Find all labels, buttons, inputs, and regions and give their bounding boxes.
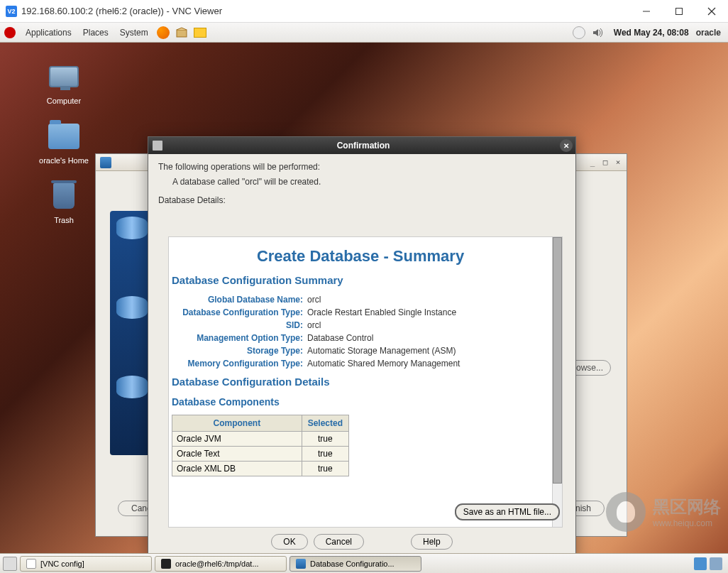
home-desktop-icon[interactable]: oracle's Home [35, 119, 92, 165]
config-value: Automatic Storage Management (ASM) [307, 346, 456, 356]
operations-text: The following operations will be perform… [158, 161, 566, 173]
watermark-url: www.heiqu.com [653, 518, 721, 528]
maximize-button[interactable] [663, 0, 695, 22]
components-heading: Database Components [172, 396, 552, 408]
config-value: Oracle Restart Enabled Single Instance [307, 307, 456, 317]
components-table: Component Selected Oracle JVMtrueOracle … [172, 415, 349, 476]
minimize-button[interactable] [630, 0, 663, 22]
config-value: orcl [307, 295, 321, 305]
dialog-title: Confirmation [167, 141, 560, 151]
config-row: Storage Type:Automatic Storage Managemen… [169, 346, 552, 356]
config-value: orcl [307, 320, 321, 330]
computer-desktop-icon[interactable]: Computer [35, 60, 92, 105]
task-vnc-config[interactable]: [VNC config] [20, 556, 152, 572]
table-row: Oracle JVMtrue [172, 432, 349, 447]
svg-rect-1 [676, 8, 683, 14]
monitor-icon [49, 66, 79, 87]
icon-label: Computer [35, 97, 92, 105]
config-key: Storage Type: [169, 346, 307, 356]
applications-menu[interactable]: Applications [20, 28, 77, 38]
component-header: Component [172, 415, 302, 432]
show-desktop-button[interactable] [3, 557, 17, 571]
config-row: Management Option Type:Database Control [169, 333, 552, 343]
redhat-icon[interactable] [4, 27, 16, 38]
task-label: [VNC config] [40, 560, 84, 568]
tray [694, 557, 725, 570]
clock[interactable]: Wed May 24, 08:08 [614, 28, 689, 38]
vnc-icon: V2 [6, 6, 17, 17]
ok-button[interactable]: OK [271, 534, 307, 550]
config-summary-heading: Database Configuration Summary [172, 274, 552, 286]
help-button[interactable]: Help [411, 534, 453, 550]
component-selected: true [302, 447, 348, 462]
desktop: Computer oracle's Home Trash _ □ × Brows… [0, 43, 728, 553]
note-icon[interactable] [193, 26, 207, 40]
watermark: 黑区网络 www.heiqu.com [606, 492, 721, 532]
system-menu[interactable]: System [114, 28, 154, 38]
confirmation-title-bar[interactable]: Confirmation ✕ [148, 137, 575, 154]
component-selected: true [302, 432, 348, 447]
dbca-app-icon [100, 157, 111, 168]
bottom-taskbar: [VNC config] oracle@rhel6:/tmp/dat... Da… [0, 553, 728, 573]
component-name: Oracle JVM [172, 432, 302, 447]
config-key: Global Database Name: [169, 295, 307, 305]
selected-header: Selected [302, 415, 348, 432]
icon-label: oracle's Home [35, 156, 92, 165]
component-selected: true [302, 462, 348, 476]
folder-icon [48, 124, 79, 149]
cpu-gauge-icon[interactable] [572, 26, 586, 40]
config-row: SID:orcl [169, 320, 552, 330]
workspace-switcher[interactable] [710, 557, 722, 570]
scrollbar-thumb[interactable] [553, 237, 562, 484]
summary-heading: Create Database - Summary [169, 247, 552, 266]
config-key: SID: [169, 320, 307, 330]
maximize-icon[interactable]: □ [600, 158, 611, 168]
close-icon[interactable]: × [612, 158, 624, 168]
dbca-icon [296, 559, 306, 569]
gnome-top-panel: Applications Places System Wed May 24, 0… [0, 23, 728, 43]
trash-icon [53, 183, 75, 209]
volume-icon[interactable] [590, 26, 605, 40]
task-label: oracle@rhel6:/tmp/dat... [175, 560, 259, 568]
terminal-icon [26, 559, 36, 569]
minimize-icon[interactable]: _ [587, 158, 598, 168]
config-row: Global Database Name:orcl [169, 295, 552, 305]
svg-rect-4 [177, 30, 187, 37]
trash-desktop-icon[interactable]: Trash [35, 179, 92, 224]
table-row: Oracle Texttrue [172, 447, 349, 462]
operations-detail: A database called "orcl" will be created… [158, 176, 566, 188]
close-button[interactable] [695, 0, 728, 22]
workspace-switcher[interactable] [694, 557, 707, 570]
mushroom-icon [606, 492, 646, 532]
task-label: Database Configuratio... [310, 560, 395, 568]
user-menu[interactable]: oracle [696, 28, 721, 38]
window-controls [630, 0, 728, 22]
config-row: Database Configuration Type:Oracle Resta… [169, 307, 552, 317]
icon-label: Trash [35, 216, 92, 224]
config-key: Memory Configuration Type: [169, 359, 307, 369]
watermark-text: 黑区网络 [653, 496, 721, 518]
package-icon[interactable] [175, 26, 189, 40]
cancel-button[interactable]: Cancel [314, 534, 364, 550]
config-key: Database Configuration Type: [169, 307, 307, 317]
config-value: Database Control [307, 333, 373, 343]
windows-title-bar: V2 192.168.60.100:2 (rhel6:2 (oracle)) -… [0, 0, 728, 23]
close-icon[interactable]: ✕ [560, 139, 573, 152]
config-details-heading: Database Configuration Details [172, 376, 552, 388]
table-row: Oracle XML DBtrue [172, 462, 349, 476]
scrollbar[interactable] [552, 236, 563, 528]
places-menu[interactable]: Places [77, 28, 114, 38]
confirmation-dialog: Confirmation ✕ The following operations … [148, 136, 576, 560]
dialog-icon [153, 141, 162, 151]
config-key: Management Option Type: [169, 333, 307, 343]
config-row: Memory Configuration Type:Automatic Shar… [169, 359, 552, 369]
save-html-button[interactable]: Save as an HTML file... [455, 503, 560, 520]
component-name: Oracle Text [172, 447, 302, 462]
task-terminal[interactable]: oracle@rhel6:/tmp/dat... [155, 556, 287, 572]
details-pane: Create Database - Summary Database Confi… [158, 195, 569, 528]
firefox-icon[interactable] [156, 26, 170, 40]
config-value: Automatic Shared Memory Management [307, 359, 460, 369]
component-name: Oracle XML DB [172, 462, 302, 476]
terminal-icon [161, 559, 171, 569]
task-dbca[interactable]: Database Configuratio... [289, 556, 421, 572]
